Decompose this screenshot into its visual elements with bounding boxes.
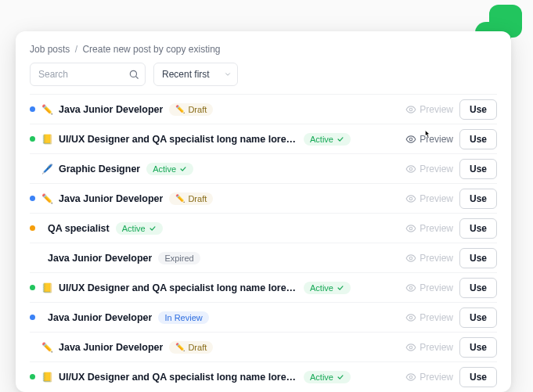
job-row: ✏️Java Junior Developer✏️DraftPreviewUse: [30, 332, 497, 361]
badge-label: Draft: [188, 105, 207, 114]
search-field[interactable]: [30, 63, 146, 86]
status-dot: [30, 106, 35, 112]
status-badge: Active: [116, 222, 163, 235]
use-button[interactable]: Use: [459, 218, 497, 239]
preview-button[interactable]: Preview: [405, 134, 453, 145]
preview-button[interactable]: Preview: [405, 372, 453, 383]
pencil-icon: ✏️: [175, 343, 185, 351]
use-button[interactable]: Use: [459, 159, 497, 179]
job-title[interactable]: Java Junior Developer: [59, 342, 163, 353]
job-row: 📒UI/UX Designer and QA specialist long n…: [30, 124, 497, 153]
preview-button[interactable]: Preview: [405, 104, 453, 115]
breadcrumb-separator: /: [75, 44, 77, 55]
preview-label: Preview: [420, 134, 453, 145]
preview-label: Preview: [420, 312, 453, 323]
status-dot: [30, 374, 35, 379]
job-row: 🖊️Graphic DesignerActivePreviewUse: [30, 153, 497, 183]
preview-button[interactable]: Preview: [405, 282, 453, 293]
svg-point-6: [410, 227, 413, 230]
badge-label: Active: [310, 283, 333, 293]
use-button[interactable]: Use: [459, 367, 497, 387]
job-emoji-icon: ✏️: [41, 342, 52, 353]
svg-point-11: [410, 376, 413, 379]
svg-point-2: [410, 108, 413, 111]
sort-select[interactable]: Recent first: [153, 63, 238, 86]
job-posts-panel: Job posts / Create new post by copy exis…: [16, 31, 511, 392]
preview-button[interactable]: Preview: [405, 223, 453, 234]
status-badge: Active: [304, 282, 351, 294]
status-badge: Active: [304, 133, 351, 146]
preview-label: Preview: [420, 104, 453, 115]
use-button[interactable]: Use: [459, 307, 497, 328]
preview-label: Preview: [420, 253, 453, 264]
job-row: QA specialistActivePreviewUse: [30, 213, 497, 243]
job-row: ✏️Java Junior Developer✏️DraftPreviewUse: [30, 183, 497, 213]
badge-label: Active: [310, 135, 333, 144]
status-badge: Active: [146, 163, 193, 175]
status-dot: [30, 136, 35, 142]
status-badge: In Review: [158, 311, 208, 324]
controls-bar: Recent first: [30, 63, 497, 86]
job-title[interactable]: QA specialist: [48, 223, 110, 234]
pencil-icon: ✏️: [175, 194, 185, 203]
job-title[interactable]: UI/UX Designer and QA specialist long na…: [59, 282, 297, 293]
use-button[interactable]: Use: [459, 337, 497, 358]
job-row: 📒UI/UX Designer and QA specialist long n…: [30, 272, 497, 302]
preview-label: Preview: [420, 282, 453, 293]
badge-label: Draft: [188, 343, 207, 352]
svg-line-1: [136, 77, 139, 79]
job-row: 📒UI/UX Designer and QA specialist long n…: [30, 361, 497, 391]
chevron-down-icon: [224, 70, 232, 78]
svg-point-8: [410, 286, 413, 290]
preview-button[interactable]: Preview: [405, 193, 453, 204]
use-button[interactable]: Use: [459, 248, 497, 268]
status-dot: [30, 196, 35, 201]
svg-point-4: [410, 167, 413, 171]
badge-label: Active: [122, 224, 146, 233]
preview-button[interactable]: Preview: [405, 342, 453, 353]
use-button[interactable]: Use: [459, 278, 497, 298]
job-title[interactable]: UI/UX Designer and QA specialist long na…: [59, 372, 297, 383]
status-dot: [30, 315, 35, 320]
status-badge: Active: [304, 371, 351, 383]
breadcrumb-root[interactable]: Job posts: [30, 44, 70, 55]
preview-label: Preview: [420, 342, 453, 353]
preview-label: Preview: [420, 372, 453, 383]
badge-label: Draft: [188, 194, 207, 203]
job-row: Java Junior DeveloperExpiredPreviewUse: [30, 243, 497, 272]
status-badge: ✏️Draft: [169, 103, 213, 116]
job-title[interactable]: UI/UX Designer and QA specialist long na…: [59, 134, 297, 145]
breadcrumb: Job posts / Create new post by copy exis…: [30, 44, 497, 55]
svg-point-3: [410, 138, 413, 141]
status-badge: ✏️Draft: [169, 192, 213, 205]
job-title[interactable]: Java Junior Developer: [48, 312, 152, 323]
job-title[interactable]: Java Junior Developer: [59, 104, 163, 115]
job-emoji-icon: 🖊️: [41, 164, 52, 174]
svg-point-5: [410, 197, 413, 200]
status-dot: [30, 255, 35, 261]
preview-button[interactable]: Preview: [405, 164, 453, 174]
preview-button[interactable]: Preview: [405, 253, 453, 264]
preview-button[interactable]: Preview: [405, 312, 453, 323]
badge-label: In Review: [164, 313, 202, 322]
job-title[interactable]: Java Junior Developer: [59, 193, 163, 204]
use-button[interactable]: Use: [459, 189, 497, 209]
svg-point-10: [410, 346, 413, 349]
preview-label: Preview: [420, 164, 453, 174]
preview-label: Preview: [420, 193, 453, 204]
job-emoji-icon: 📒: [41, 372, 52, 383]
breadcrumb-current: Create new post by copy existing: [82, 44, 220, 55]
status-dot: [30, 166, 35, 171]
job-title[interactable]: Graphic Designer: [59, 164, 140, 174]
job-title[interactable]: Java Junior Developer: [48, 253, 152, 264]
svg-point-7: [410, 257, 413, 260]
job-emoji-icon: ✏️: [41, 104, 52, 115]
use-button[interactable]: Use: [459, 129, 497, 149]
job-list: ✏️Java Junior Developer✏️DraftPreviewUse…: [30, 94, 497, 391]
status-badge: Expired: [158, 252, 200, 264]
use-button[interactable]: Use: [459, 99, 497, 120]
pencil-icon: ✏️: [175, 105, 185, 113]
status-dot: [30, 225, 35, 231]
job-emoji-icon: ✏️: [41, 193, 52, 204]
job-emoji-icon: 📒: [41, 282, 52, 293]
